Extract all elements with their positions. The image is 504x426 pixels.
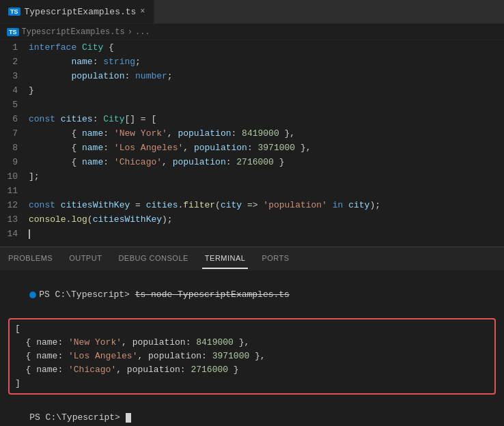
terminal-output-box: [ { name: 'New York', population: 841900…	[8, 318, 496, 395]
breadcrumb: TS TypescriptExamples.ts › ...	[0, 24, 504, 40]
panel-tabs: PROBLEMS OUTPUT DEBUG CONSOLE TERMINAL P…	[0, 246, 504, 270]
breadcrumb-ts-badge: TS	[7, 28, 19, 36]
editor-line-6: 6 const cities: City[] = [	[0, 112, 504, 126]
editor-line-7: 7 { name: 'New York', population: 841900…	[0, 126, 504, 141]
terminal-open-bracket: [	[15, 322, 489, 336]
breadcrumb-ellipsis: ...	[135, 27, 150, 37]
tab-bar: TS TypescriptExamples.ts ×	[0, 0, 504, 24]
breadcrumb-separator: ›	[128, 27, 132, 37]
blue-dot-icon	[29, 292, 36, 298]
tab-typescript-examples[interactable]: TS TypescriptExamples.ts ×	[0, 0, 154, 23]
tab-terminal[interactable]: TERMINAL	[202, 248, 249, 269]
editor-line-1: 1 interface City {	[0, 40, 504, 55]
editor-line-8: 8 { name: 'Los Angeles', population: 397…	[0, 141, 504, 155]
breadcrumb-filename: TypescriptExamples.ts	[22, 27, 125, 37]
tab-problems[interactable]: PROBLEMS	[5, 248, 55, 269]
terminal-final-prompt: PS C:\Typescript>	[8, 397, 496, 426]
tab-ports[interactable]: PORTS	[259, 248, 292, 269]
terminal-command-line: PS C:\Typescript> ts-node TypescriptExam…	[8, 274, 496, 315]
editor-line-5: 5	[0, 98, 504, 112]
ts-badge: TS	[8, 8, 20, 16]
tab-filename: TypescriptExamples.ts	[25, 7, 137, 17]
editor-line-3: 3 population: number;	[0, 69, 504, 83]
terminal-output-line-3: { name: 'Chicago', population: 2716000 }	[15, 363, 489, 377]
editor-line-4: 4 }	[0, 83, 504, 98]
terminal-output-line-1: { name: 'New York', population: 8419000 …	[15, 336, 489, 350]
editor-line-12: 12 const citiesWithKey = cities.filter(c…	[0, 198, 504, 212]
editor-line-13: 13 console.log(citiesWithKey);	[0, 212, 504, 227]
terminal-output-line-2: { name: 'Los Angeles', population: 39710…	[15, 350, 489, 363]
terminal[interactable]: PS C:\Typescript> ts-node TypescriptExam…	[0, 270, 504, 426]
tab-debug-console[interactable]: DEBUG CONSOLE	[115, 248, 191, 269]
terminal-close-bracket: ]	[15, 377, 489, 390]
editor-line-9: 9 { name: 'Chicago', population: 2716000…	[0, 155, 504, 169]
editor-line-11: 11	[0, 184, 504, 198]
tab-output[interactable]: OUTPUT	[66, 248, 104, 269]
editor-line-10: 10 ];	[0, 169, 504, 184]
editor-line-14: 14	[0, 227, 504, 241]
editor-line-2: 2 name: string;	[0, 55, 504, 69]
close-icon[interactable]: ×	[140, 8, 145, 16]
editor[interactable]: 1 interface City { 2 name: string; 3 pop…	[0, 40, 504, 246]
